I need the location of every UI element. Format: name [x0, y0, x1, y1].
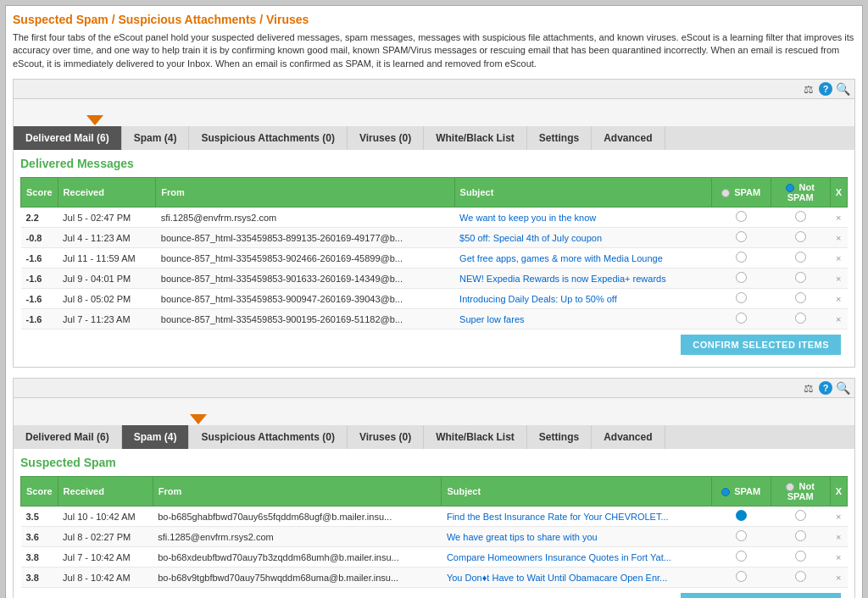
notspam-radio[interactable]	[795, 272, 806, 283]
notspam-radio[interactable]	[795, 211, 806, 222]
search-icon-2[interactable]: 🔍	[836, 381, 849, 395]
cell-x[interactable]: ×	[830, 228, 847, 248]
help-icon-2[interactable]: ?	[819, 381, 832, 395]
spam-radio[interactable]	[736, 272, 747, 283]
table-row: -1.6 Jul 11 - 11:59 AM bounce-857_html-3…	[21, 248, 848, 269]
notspam-radio[interactable]	[795, 530, 806, 541]
cell-spam-radio[interactable]	[711, 547, 771, 568]
cell-notspam-radio[interactable]	[771, 248, 830, 269]
tab-advanced-1[interactable]: Advanced	[592, 126, 665, 150]
cell-spam-radio[interactable]	[711, 568, 771, 588]
cell-notspam-radio[interactable]	[771, 289, 830, 309]
cell-score: -1.6	[21, 289, 58, 309]
spam-radio[interactable]	[736, 510, 747, 521]
tab-suspicious-1[interactable]: Suspicious Attachments (0)	[189, 126, 348, 150]
cell-notspam-radio[interactable]	[771, 568, 830, 588]
cell-subject[interactable]: NEW! Expedia Rewards is now Expedia+ rew…	[454, 269, 711, 289]
cell-subject[interactable]: Compare Homeowners Insurance Quotes in F…	[442, 547, 711, 568]
filter-icon[interactable]: ⚖	[802, 82, 815, 96]
cell-from: bounce-857_html-335459853-902466-260169-…	[156, 248, 454, 269]
tab-suspicious-2[interactable]: Suspicious Attachments (0)	[189, 425, 348, 449]
spam-radio[interactable]	[736, 551, 747, 562]
notspam-radio[interactable]	[795, 313, 806, 324]
spam-radio[interactable]	[736, 231, 747, 242]
cell-subject[interactable]: We have great tips to share with you	[442, 527, 711, 547]
spam-radio[interactable]	[736, 530, 747, 541]
table-row: -1.6 Jul 7 - 11:23 AM bounce-857_html-33…	[21, 309, 848, 329]
cell-subject[interactable]: We want to keep you in the know	[454, 208, 711, 228]
cell-subject[interactable]: $50 off: Special 4th of July coupon	[454, 228, 711, 248]
confirm-btn-1[interactable]: CONFIRM SELECTED ITEMS	[681, 335, 841, 355]
cell-notspam-radio[interactable]	[771, 309, 830, 329]
cell-received: Jul 8 - 02:27 PM	[58, 527, 153, 547]
cell-notspam-radio[interactable]	[771, 547, 830, 568]
tab-advanced-2[interactable]: Advanced	[592, 425, 665, 449]
cell-x[interactable]: ×	[830, 309, 847, 329]
notspam-radio[interactable]	[795, 292, 806, 303]
cell-subject[interactable]: Find the Best Insurance Rate for Your CH…	[442, 507, 711, 527]
tab-whitelist-2[interactable]: White/Black List	[424, 425, 527, 449]
cell-spam-radio[interactable]	[711, 248, 771, 269]
spam-radio[interactable]	[736, 313, 747, 324]
table-row: -1.6 Jul 9 - 04:01 PM bounce-857_html-33…	[21, 269, 848, 289]
description: The first four tabs of the eScout panel …	[13, 31, 855, 70]
col-received-2: Received	[58, 477, 153, 507]
cell-x[interactable]: ×	[830, 248, 847, 269]
cell-subject[interactable]: Super low fares	[454, 309, 711, 329]
cell-notspam-radio[interactable]	[771, 269, 830, 289]
cell-from: bounce-857_html-335459853-900195-260169-…	[156, 309, 454, 329]
cell-score: 2.2	[21, 208, 58, 228]
spam-radio[interactable]	[736, 252, 747, 263]
cell-subject[interactable]: You Don♦t Have to Wait Until Obamacare O…	[442, 568, 711, 588]
notspam-radio[interactable]	[795, 510, 806, 521]
cell-x[interactable]: ×	[830, 547, 847, 568]
cell-x[interactable]: ×	[830, 507, 847, 527]
notspam-radio[interactable]	[795, 571, 806, 582]
filter-icon-2[interactable]: ⚖	[802, 381, 815, 395]
search-icon[interactable]: 🔍	[836, 82, 849, 96]
cell-subject[interactable]: Get free apps, games & more with Media L…	[454, 248, 711, 269]
tab-viruses-1[interactable]: Viruses (0)	[348, 126, 424, 150]
spam-radio[interactable]	[736, 211, 747, 222]
cell-spam-radio[interactable]	[711, 527, 771, 547]
tab-delivered-mail-1[interactable]: Delivered Mail (6)	[14, 126, 122, 150]
table-row: -1.6 Jul 8 - 05:02 PM bounce-857_html-33…	[21, 289, 848, 309]
cell-x[interactable]: ×	[830, 269, 847, 289]
tab-settings-1[interactable]: Settings	[527, 126, 592, 150]
tab-spam-2[interactable]: Spam (4)	[122, 425, 190, 449]
tab-viruses-2[interactable]: Viruses (0)	[348, 425, 424, 449]
cell-x[interactable]: ×	[830, 568, 847, 588]
table-row: 3.5 Jul 10 - 10:42 AM bo-b685ghabfbwd70a…	[21, 507, 848, 527]
col-notspam: Not SPAM	[771, 178, 830, 208]
tab-settings-2[interactable]: Settings	[527, 425, 592, 449]
cell-notspam-radio[interactable]	[771, 228, 830, 248]
cell-score: 3.8	[21, 547, 58, 568]
notspam-radio[interactable]	[795, 252, 806, 263]
cell-spam-radio[interactable]	[711, 269, 771, 289]
notspam-radio[interactable]	[795, 551, 806, 562]
cell-notspam-radio[interactable]	[771, 208, 830, 228]
cell-x[interactable]: ×	[830, 527, 847, 547]
cell-received: Jul 7 - 10:42 AM	[58, 547, 153, 568]
cell-spam-radio[interactable]	[711, 208, 771, 228]
tab-delivered-mail-2[interactable]: Delivered Mail (6)	[14, 425, 122, 449]
cell-spam-radio[interactable]	[711, 289, 771, 309]
col-from-2: From	[153, 477, 442, 507]
tab-spam-1[interactable]: Spam (4)	[122, 126, 190, 150]
spam-radio[interactable]	[736, 292, 747, 303]
help-icon[interactable]: ?	[819, 82, 832, 96]
cell-x[interactable]: ×	[830, 289, 847, 309]
cell-received: Jul 8 - 05:02 PM	[58, 289, 156, 309]
tab-whitelist-1[interactable]: White/Black List	[424, 126, 527, 150]
cell-notspam-radio[interactable]	[771, 507, 830, 527]
cell-score: 3.6	[21, 527, 58, 547]
cell-subject[interactable]: Introducing Daily Deals: Up to 50% off	[454, 289, 711, 309]
notspam-radio[interactable]	[795, 231, 806, 242]
cell-x[interactable]: ×	[830, 208, 847, 228]
cell-spam-radio[interactable]	[711, 309, 771, 329]
cell-notspam-radio[interactable]	[771, 527, 830, 547]
confirm-btn-2[interactable]: CONFIRM SELECTED ITEMS	[681, 593, 841, 598]
cell-spam-radio[interactable]	[711, 507, 771, 527]
spam-radio[interactable]	[736, 571, 747, 582]
cell-spam-radio[interactable]	[711, 228, 771, 248]
